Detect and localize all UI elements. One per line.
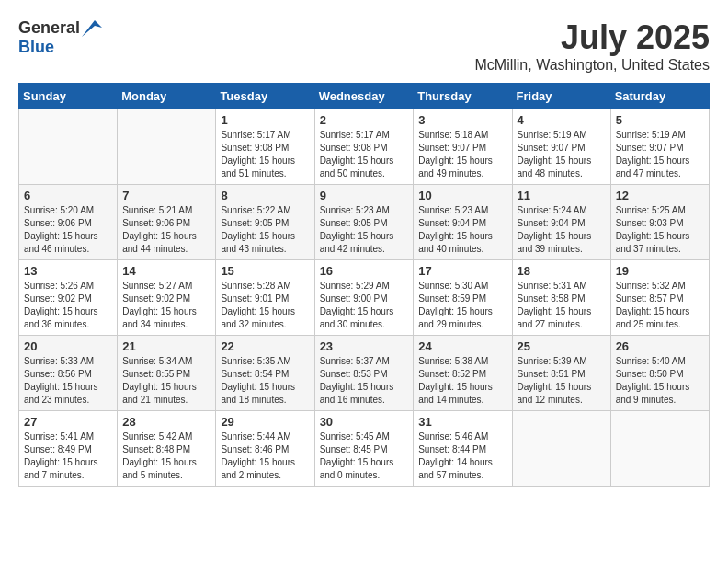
calendar-subtitle: McMillin, Washington, United States <box>474 57 710 74</box>
calendar-cell: 31Sunrise: 5:46 AMSunset: 8:44 PMDayligh… <box>414 411 512 487</box>
page-header: General Blue July 2025 McMillin, Washing… <box>18 18 710 74</box>
calendar-cell: 16Sunrise: 5:29 AMSunset: 9:00 PMDayligh… <box>314 260 414 336</box>
calendar-cell: 28Sunrise: 5:42 AMSunset: 8:48 PMDayligh… <box>118 411 216 487</box>
day-info: Sunrise: 5:35 AMSunset: 8:54 PMDaylight:… <box>221 355 309 407</box>
day-number: 7 <box>122 189 210 202</box>
day-info: Sunrise: 5:31 AMSunset: 8:58 PMDaylight:… <box>518 280 606 331</box>
day-info: Sunrise: 5:29 AMSunset: 9:00 PMDaylight:… <box>320 280 409 331</box>
calendar-cell: 6Sunrise: 5:20 AMSunset: 9:06 PMDaylight… <box>19 185 118 260</box>
day-number: 11 <box>518 189 606 202</box>
calendar-cell: 1Sunrise: 5:17 AMSunset: 9:08 PMDaylight… <box>216 109 314 185</box>
day-of-week-header: Friday <box>512 84 610 109</box>
calendar-cell: 19Sunrise: 5:32 AMSunset: 8:57 PMDayligh… <box>610 260 709 336</box>
day-of-week-header: Thursday <box>414 84 512 109</box>
calendar-cell: 11Sunrise: 5:24 AMSunset: 9:04 PMDayligh… <box>512 185 610 260</box>
day-info: Sunrise: 5:41 AMSunset: 8:49 PMDaylight:… <box>24 431 112 482</box>
day-info: Sunrise: 5:26 AMSunset: 9:02 PMDaylight:… <box>24 280 112 331</box>
day-number: 18 <box>518 264 606 278</box>
calendar-cell: 24Sunrise: 5:38 AMSunset: 8:52 PMDayligh… <box>414 336 512 411</box>
calendar-cell: 4Sunrise: 5:19 AMSunset: 9:07 PMDaylight… <box>512 109 610 185</box>
day-number: 5 <box>616 113 704 127</box>
calendar-cell: 17Sunrise: 5:30 AMSunset: 8:59 PMDayligh… <box>414 260 512 336</box>
day-number: 25 <box>518 339 606 353</box>
day-number: 2 <box>320 113 409 127</box>
day-number: 8 <box>221 189 309 202</box>
day-number: 17 <box>418 264 506 278</box>
logo-bird-icon <box>82 20 102 37</box>
calendar-cell: 27Sunrise: 5:41 AMSunset: 8:49 PMDayligh… <box>19 411 118 487</box>
day-number: 10 <box>418 189 506 202</box>
day-info: Sunrise: 5:23 AMSunset: 9:05 PMDaylight:… <box>320 204 409 256</box>
calendar-week-row: 6Sunrise: 5:20 AMSunset: 9:06 PMDaylight… <box>19 185 710 260</box>
calendar-cell: 18Sunrise: 5:31 AMSunset: 8:58 PMDayligh… <box>512 260 610 336</box>
day-info: Sunrise: 5:27 AMSunset: 9:02 PMDaylight:… <box>122 280 210 331</box>
day-number: 6 <box>24 189 112 202</box>
calendar-week-row: 27Sunrise: 5:41 AMSunset: 8:49 PMDayligh… <box>19 411 710 487</box>
day-info: Sunrise: 5:24 AMSunset: 9:04 PMDaylight:… <box>518 204 606 256</box>
day-info: Sunrise: 5:25 AMSunset: 9:03 PMDaylight:… <box>616 204 704 256</box>
calendar-cell: 23Sunrise: 5:37 AMSunset: 8:53 PMDayligh… <box>314 336 414 411</box>
day-number: 26 <box>616 339 704 353</box>
calendar-cell: 10Sunrise: 5:23 AMSunset: 9:04 PMDayligh… <box>414 185 512 260</box>
day-of-week-header: Saturday <box>610 84 709 109</box>
day-info: Sunrise: 5:20 AMSunset: 9:06 PMDaylight:… <box>24 204 112 256</box>
calendar-cell: 25Sunrise: 5:39 AMSunset: 8:51 PMDayligh… <box>512 336 610 411</box>
day-info: Sunrise: 5:21 AMSunset: 9:06 PMDaylight:… <box>122 204 210 256</box>
day-info: Sunrise: 5:22 AMSunset: 9:05 PMDaylight:… <box>221 204 309 256</box>
day-of-week-header: Monday <box>118 84 216 109</box>
calendar-cell: 7Sunrise: 5:21 AMSunset: 9:06 PMDaylight… <box>118 185 216 260</box>
calendar-cell: 26Sunrise: 5:40 AMSunset: 8:50 PMDayligh… <box>610 336 709 411</box>
day-of-week-header: Wednesday <box>314 84 414 109</box>
day-number: 16 <box>320 264 409 278</box>
day-info: Sunrise: 5:38 AMSunset: 8:52 PMDaylight:… <box>418 355 506 407</box>
calendar-cell: 9Sunrise: 5:23 AMSunset: 9:05 PMDaylight… <box>314 185 414 260</box>
day-number: 15 <box>221 264 309 278</box>
day-number: 24 <box>418 339 506 353</box>
day-info: Sunrise: 5:34 AMSunset: 8:55 PMDaylight:… <box>122 355 210 407</box>
day-info: Sunrise: 5:46 AMSunset: 8:44 PMDaylight:… <box>418 431 506 482</box>
calendar-table: SundayMondayTuesdayWednesdayThursdayFrid… <box>18 83 710 487</box>
calendar-cell: 2Sunrise: 5:17 AMSunset: 9:08 PMDaylight… <box>314 109 414 185</box>
day-info: Sunrise: 5:23 AMSunset: 9:04 PMDaylight:… <box>418 204 506 256</box>
calendar-cell: 13Sunrise: 5:26 AMSunset: 9:02 PMDayligh… <box>19 260 118 336</box>
svg-marker-0 <box>82 20 102 37</box>
calendar-cell <box>118 109 216 185</box>
day-info: Sunrise: 5:28 AMSunset: 9:01 PMDaylight:… <box>221 280 309 331</box>
calendar-cell: 3Sunrise: 5:18 AMSunset: 9:07 PMDaylight… <box>414 109 512 185</box>
logo-general-text: General <box>18 18 80 38</box>
calendar-week-row: 20Sunrise: 5:33 AMSunset: 8:56 PMDayligh… <box>19 336 710 411</box>
calendar-cell <box>512 411 610 487</box>
calendar-title: July 2025 <box>474 18 710 57</box>
calendar-cell: 8Sunrise: 5:22 AMSunset: 9:05 PMDaylight… <box>216 185 314 260</box>
calendar-week-row: 13Sunrise: 5:26 AMSunset: 9:02 PMDayligh… <box>19 260 710 336</box>
calendar-cell: 20Sunrise: 5:33 AMSunset: 8:56 PMDayligh… <box>19 336 118 411</box>
day-number: 29 <box>221 415 309 429</box>
calendar-cell <box>19 109 118 185</box>
day-info: Sunrise: 5:19 AMSunset: 9:07 PMDaylight:… <box>518 129 606 180</box>
day-info: Sunrise: 5:39 AMSunset: 8:51 PMDaylight:… <box>518 355 606 407</box>
day-info: Sunrise: 5:17 AMSunset: 9:08 PMDaylight:… <box>221 129 309 180</box>
calendar-cell: 12Sunrise: 5:25 AMSunset: 9:03 PMDayligh… <box>610 185 709 260</box>
day-info: Sunrise: 5:45 AMSunset: 8:45 PMDaylight:… <box>320 431 409 482</box>
day-info: Sunrise: 5:37 AMSunset: 8:53 PMDaylight:… <box>320 355 409 407</box>
day-info: Sunrise: 5:19 AMSunset: 9:07 PMDaylight:… <box>616 129 704 180</box>
calendar-cell: 5Sunrise: 5:19 AMSunset: 9:07 PMDaylight… <box>610 109 709 185</box>
day-info: Sunrise: 5:18 AMSunset: 9:07 PMDaylight:… <box>418 129 506 180</box>
title-block: July 2025 McMillin, Washington, United S… <box>474 18 710 74</box>
day-info: Sunrise: 5:30 AMSunset: 8:59 PMDaylight:… <box>418 280 506 331</box>
day-number: 28 <box>122 415 210 429</box>
day-number: 27 <box>24 415 112 429</box>
day-info: Sunrise: 5:32 AMSunset: 8:57 PMDaylight:… <box>616 280 704 331</box>
calendar-cell <box>610 411 709 487</box>
day-of-week-header: Tuesday <box>216 84 314 109</box>
day-info: Sunrise: 5:44 AMSunset: 8:46 PMDaylight:… <box>221 431 309 482</box>
day-number: 4 <box>518 113 606 127</box>
day-number: 14 <box>122 264 210 278</box>
logo: General Blue <box>18 18 102 57</box>
header-row: SundayMondayTuesdayWednesdayThursdayFrid… <box>19 84 710 109</box>
calendar-cell: 22Sunrise: 5:35 AMSunset: 8:54 PMDayligh… <box>216 336 314 411</box>
day-number: 19 <box>616 264 704 278</box>
day-info: Sunrise: 5:17 AMSunset: 9:08 PMDaylight:… <box>320 129 409 180</box>
calendar-cell: 21Sunrise: 5:34 AMSunset: 8:55 PMDayligh… <box>118 336 216 411</box>
calendar-cell: 14Sunrise: 5:27 AMSunset: 9:02 PMDayligh… <box>118 260 216 336</box>
